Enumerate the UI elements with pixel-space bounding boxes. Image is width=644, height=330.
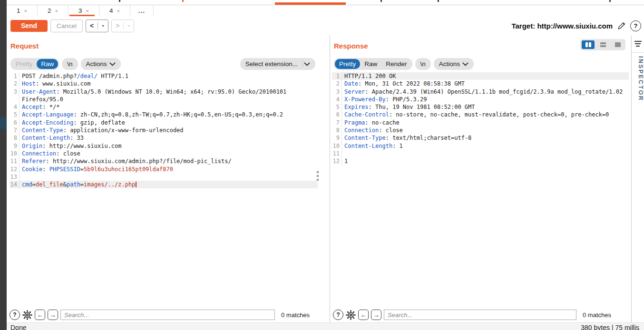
editor-line[interactable]: 5Expires: Thu, 19 Nov 1981 08:52:00 GMT (332, 103, 629, 111)
help-icon[interactable]: ? (630, 20, 641, 31)
editor-line[interactable]: 6Accept-Encoding: gzip, deflate (10, 119, 318, 126)
search-input[interactable] (384, 310, 576, 320)
search-input[interactable] (60, 310, 275, 320)
line-content[interactable]: Accept-Language: zh-CN,zh;q=0.8,zh-TW;q=… (19, 111, 318, 118)
line-content[interactable]: Firefox/95.0 (19, 96, 318, 103)
line-content[interactable]: 1 (342, 157, 629, 165)
line-content[interactable]: HTTP/1.1 200 OK (342, 72, 629, 80)
editor-line[interactable]: 11 (332, 150, 629, 157)
cancel-button[interactable]: Cancel (50, 19, 83, 32)
forward-icon[interactable]: > (112, 22, 123, 29)
layout-rows-button[interactable] (596, 40, 609, 49)
editor-line[interactable]: 9Content-Type: text/html;charset=utf-8 (332, 134, 629, 142)
line-content[interactable]: Accept-Encoding: gzip, deflate (19, 119, 318, 126)
response-actions-pill[interactable]: Actions (434, 58, 474, 70)
back-icon[interactable]: < (86, 22, 98, 29)
editor-line[interactable]: 3User-Agent: Mozilla/5.0 (Windows NT 10.… (10, 88, 318, 96)
editor-line[interactable]: 8Connection: close (332, 126, 629, 134)
more-tabs-button[interactable]: ... (130, 5, 154, 16)
search-next-button[interactable]: → (48, 310, 58, 320)
tab-newline[interactable]: \n (63, 59, 77, 69)
line-content[interactable]: Expires: Thu, 19 Nov 1981 08:52:00 GMT (342, 103, 629, 111)
line-content[interactable]: Origin: http://www.siuxiu.com (19, 142, 318, 150)
line-content[interactable]: X-Powered-By: PHP/5.3.29 (342, 96, 629, 103)
history-back-button[interactable]: < ▼ (86, 19, 108, 32)
editor-line[interactable]: 1HTTP/1.1 200 OK (332, 72, 629, 80)
editor-line[interactable]: Firefox/95.0 (10, 96, 318, 103)
line-content[interactable]: POST /admin.php?/deal/ HTTP/1.1 (19, 72, 318, 80)
editor-line[interactable]: 8Content-Length: 33 (10, 134, 318, 142)
request-actions-pill[interactable]: Actions (81, 58, 121, 70)
editor-line[interactable]: 9Origin: http://www.siuxiu.com (10, 142, 318, 150)
layout-single-button[interactable] (611, 40, 624, 49)
editor-line[interactable]: 5Accept-Language: zh-CN,zh;q=0.8,zh-TW;q… (10, 111, 318, 118)
line-content[interactable] (342, 150, 629, 157)
line-content[interactable]: Referer: http://www.siuxiu.com/admin.php… (19, 157, 318, 165)
line-content[interactable]: Content-Length: 33 (19, 134, 318, 142)
tab-raw[interactable]: Raw (37, 59, 58, 69)
line-content[interactable]: Connection: close (342, 126, 629, 134)
request-editor[interactable]: 1POST /admin.php?/deal/ HTTP/1.12Host: w… (10, 72, 318, 307)
layout-columns-button[interactable] (582, 40, 595, 49)
line-content[interactable]: Cookie: PHPSESSID=5b9l6u3uhoci165pt09lda… (19, 165, 318, 173)
line-content[interactable]: Cache-Control: no-store, no-cache, must-… (342, 111, 629, 118)
response-editor[interactable]: 1HTTP/1.1 200 OK2Date: Mon, 31 Oct 2022 … (332, 72, 629, 307)
request-newline-pill[interactable]: \n (62, 58, 78, 70)
close-tab-icon[interactable]: × (55, 8, 58, 14)
repeater-tab-4[interactable]: 4 × (99, 5, 130, 16)
editor-resize-handle[interactable] (317, 171, 319, 181)
tab-pretty[interactable]: Pretty (335, 59, 360, 69)
line-content[interactable] (19, 173, 318, 181)
search-prev-button[interactable]: ← (358, 310, 369, 320)
editor-line[interactable]: 7Content-Type: application/x-www-form-ur… (10, 126, 318, 134)
editor-line[interactable]: 4Accept: */* (10, 103, 318, 111)
editor-line[interactable]: 2Host: www.siuxiu.com (10, 80, 318, 87)
editor-line[interactable]: 1POST /admin.php?/deal/ HTTP/1.1 (10, 72, 318, 80)
line-content[interactable]: Connection: close (19, 150, 318, 157)
line-content[interactable]: Content-Type: application/x-www-form-url… (19, 126, 318, 134)
line-content[interactable]: Accept: */* (19, 103, 318, 111)
editor-line[interactable]: 6Cache-Control: no-store, no-cache, must… (332, 111, 629, 118)
editor-line[interactable]: 10Content-Length: 1 (332, 142, 629, 150)
tab-pretty[interactable]: Pretty (11, 59, 37, 69)
send-button[interactable]: Send (10, 20, 48, 32)
close-tab-icon[interactable]: × (24, 8, 27, 14)
editor-line[interactable]: 12Cookie: PHPSESSID=5b9l6u3uhoci165pt09l… (10, 165, 318, 173)
tab-render[interactable]: Render (381, 59, 411, 69)
line-content[interactable]: Pragma: no-cache (342, 119, 629, 126)
editor-line[interactable]: 10Connection: close (10, 150, 318, 157)
repeater-tab-2[interactable]: 2 × (38, 5, 68, 16)
editor-line[interactable]: 7Pragma: no-cache (332, 119, 629, 126)
close-tab-icon[interactable]: × (117, 8, 120, 14)
repeater-tab-3-active[interactable]: 3 × (68, 5, 99, 16)
editor-line[interactable]: 4X-Powered-By: PHP/5.3.29 (332, 96, 629, 103)
repeater-tab-1[interactable]: 1 × (7, 5, 38, 16)
editor-line[interactable]: 2Date: Mon, 31 Oct 2022 08:58:38 GMT (332, 80, 629, 87)
actions-button[interactable]: Actions (82, 59, 109, 69)
tab-raw[interactable]: Raw (360, 59, 381, 69)
forward-dropdown-icon[interactable]: ▼ (124, 24, 134, 28)
editor-line[interactable]: 11Referer: http://www.siuxiu.com/admin.p… (10, 157, 318, 165)
line-content[interactable]: Date: Mon, 31 Oct 2022 08:58:38 GMT (342, 80, 629, 87)
line-content[interactable]: User-Agent: Mozilla/5.0 (Windows NT 10.0… (19, 88, 318, 96)
line-content[interactable]: Content-Length: 1 (342, 142, 629, 150)
editor-line[interactable]: 13 (10, 173, 318, 181)
editor-line[interactable]: 3Server: Apache/2.4.39 (Win64) OpenSSL/1… (332, 88, 629, 96)
tab-newline[interactable]: \n (416, 59, 430, 69)
editor-line[interactable]: 121 (332, 157, 629, 165)
history-forward-button[interactable]: > ▼ (111, 19, 134, 32)
search-help-icon[interactable]: ? (10, 310, 20, 320)
inspector-menu-icon[interactable] (632, 35, 644, 53)
response-newline-pill[interactable]: \n (415, 58, 431, 70)
line-content[interactable]: Content-Type: text/html;charset=utf-8 (342, 134, 629, 142)
search-next-button[interactable]: → (371, 310, 381, 320)
editor-line[interactable]: 14cmd=del_file&path=images/../z.php (10, 181, 318, 188)
search-settings-gear-icon[interactable] (346, 310, 356, 320)
back-dropdown-icon[interactable]: ▼ (98, 24, 108, 28)
close-tab-icon[interactable]: × (86, 8, 89, 14)
inspector-sidebar[interactable]: INSPECTOR (631, 35, 644, 322)
search-prev-button[interactable]: ← (35, 310, 45, 320)
search-help-icon[interactable]: ? (333, 310, 343, 320)
line-content[interactable]: cmd=del_file&path=images/../z.php (19, 181, 318, 188)
edit-target-pencil-icon[interactable] (617, 21, 626, 30)
